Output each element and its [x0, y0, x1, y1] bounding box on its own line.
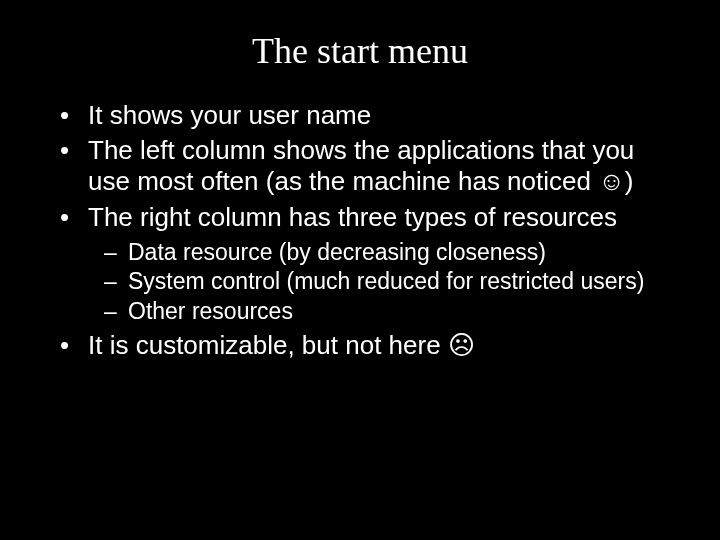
sub-bullet-text: Other resources	[128, 298, 293, 324]
list-item: Data resource (by decreasing closeness)	[110, 239, 680, 267]
bullet-text: It is customizable, but not here ☹	[88, 330, 475, 360]
list-item: It shows your user name	[68, 100, 680, 131]
bullet-list: It shows your user name The left column …	[40, 100, 680, 361]
sub-bullet-text: System control (much reduced for restric…	[128, 268, 644, 294]
bullet-text: The right column has three types of reso…	[88, 202, 617, 232]
sub-bullet-list: Data resource (by decreasing closeness) …	[88, 239, 680, 326]
bullet-text: It shows your user name	[88, 100, 371, 130]
list-item: System control (much reduced for restric…	[110, 268, 680, 296]
list-item: Other resources	[110, 298, 680, 326]
list-item: The right column has three types of reso…	[68, 202, 680, 326]
sub-bullet-text: Data resource (by decreasing closeness)	[128, 239, 546, 265]
bullet-text: The left column shows the applications t…	[88, 135, 634, 196]
list-item: It is customizable, but not here ☹	[68, 330, 680, 361]
list-item: The left column shows the applications t…	[68, 135, 680, 197]
slide: The start menu It shows your user name T…	[0, 0, 720, 540]
slide-title: The start menu	[40, 30, 680, 72]
